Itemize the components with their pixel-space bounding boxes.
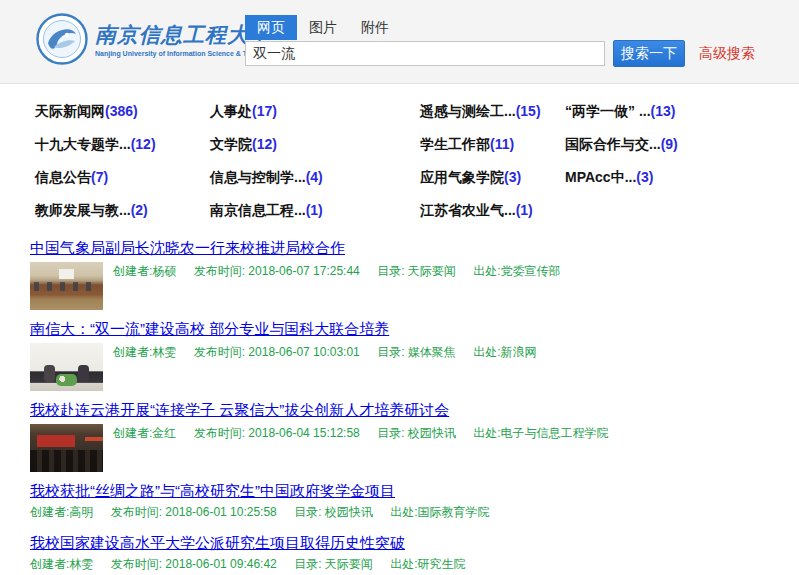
search-row: 搜索一下 高级搜索 — [245, 40, 755, 67]
category-count: (1) — [306, 202, 323, 218]
category-count: (9) — [661, 136, 678, 152]
meta-time-value: 2018-06-01 10:25:58 — [165, 505, 276, 519]
category-count: (4) — [306, 169, 323, 185]
result-thumbnail-conference-hall-photo[interactable] — [30, 424, 103, 472]
category-link[interactable]: 文学院(12) — [210, 135, 420, 154]
category-count: (1) — [516, 202, 533, 218]
result-meta: 创建者:金红 发布时间: 2018-06-04 15:12:58 目录: 校园快… — [113, 424, 623, 472]
meta-time-value: 2018-06-07 10:03:01 — [248, 345, 359, 359]
category-link[interactable]: 江苏省农业气...(1) — [420, 201, 565, 220]
search-results: 中国气象局副局长沈晓农一行来校推进局校合作 创建者:杨硕 发布时间: 2018-… — [30, 239, 799, 572]
category-link[interactable]: 应用气象学院(3) — [420, 168, 565, 187]
meta-creator-label: 创建者: — [30, 557, 69, 571]
category-name: 江苏省农业气... — [420, 202, 516, 218]
tab-attachments[interactable]: 附件 — [349, 15, 401, 40]
category-link[interactable]: 南京信息工程...(1) — [210, 201, 420, 220]
meta-creator-value: 林雯 — [152, 345, 176, 359]
category-name: 遥感与测绘工... — [420, 103, 516, 119]
meta-source-value: 电子与信息工程学院 — [501, 426, 609, 440]
category-name: 文学院 — [210, 136, 252, 152]
result-title-link[interactable]: 南信大：“双一流”建设高校 部分专业与国科大联合培养 — [30, 320, 389, 338]
category-count: (12) — [252, 136, 277, 152]
meta-creator-value: 杨硕 — [152, 264, 176, 278]
result-thumbnail-tv-studio-photo[interactable] — [30, 343, 103, 391]
meta-source-value: 国际教育学院 — [418, 505, 490, 519]
meta-source-value: 新浪网 — [501, 345, 537, 359]
search-button[interactable]: 搜索一下 — [613, 40, 685, 67]
category-name: 学生工作部 — [420, 136, 490, 152]
result-item: 我校获批“丝绸之路”与“高校研究生”中国政府奖学金项目 创建者:高明 发布时间:… — [30, 482, 799, 520]
meta-source-value: 党委宣传部 — [501, 264, 561, 278]
advanced-search-link[interactable]: 高级搜索 — [699, 45, 755, 63]
category-count: (13) — [651, 103, 676, 119]
result-meta: 创建者:林雯 发布时间: 2018-06-01 09:46:42 目录: 天际要… — [30, 557, 799, 572]
category-link[interactable]: 教师发展与教...(2) — [35, 201, 210, 220]
meta-time-label: 发布时间: — [111, 505, 166, 519]
result-title-link[interactable]: 我校国家建设高水平大学公派研究生项目取得历史性突破 — [30, 534, 405, 552]
meta-source-value: 研究生院 — [418, 557, 466, 571]
meta-creator-value: 高明 — [69, 505, 93, 519]
category-count: (7) — [91, 169, 108, 185]
result-item: 我校国家建设高水平大学公派研究生项目取得历史性突破 创建者:林雯 发布时间: 2… — [30, 534, 799, 572]
category-link[interactable]: MPAcc中...(3) — [565, 168, 799, 187]
category-name: MPAcc中... — [565, 169, 636, 185]
meta-category-label: 目录: — [294, 557, 325, 571]
meta-creator-label: 创建者: — [30, 505, 69, 519]
category-count: (3) — [504, 169, 521, 185]
category-link[interactable]: 天际新闻网(386) — [35, 102, 210, 121]
meta-source-label: 出处: — [473, 264, 500, 278]
result-meta: 创建者:林雯 发布时间: 2018-06-07 10:03:01 目录: 媒体聚… — [113, 343, 551, 391]
meta-time-label: 发布时间: — [194, 426, 249, 440]
meta-time-value: 2018-06-04 15:12:58 — [248, 426, 359, 440]
meta-creator-value: 金红 — [152, 426, 176, 440]
category-link[interactable]: 人事处(17) — [210, 102, 420, 121]
search-input[interactable] — [245, 41, 605, 66]
meta-source-label: 出处: — [390, 557, 417, 571]
category-name: 天际新闻网 — [35, 103, 105, 119]
category-link[interactable]: 国际合作与交...(9) — [565, 135, 799, 154]
category-name: 十九大专题学... — [35, 136, 131, 152]
meta-category-value: 校园快讯 — [325, 505, 373, 519]
category-name: 南京信息工程... — [210, 202, 306, 218]
category-link[interactable]: 学生工作部(11) — [420, 135, 565, 154]
category-name: 国际合作与交... — [565, 136, 661, 152]
category-link[interactable]: “两学一做” ...(13) — [565, 102, 799, 121]
meta-time-label: 发布时间: — [194, 264, 249, 278]
category-link[interactable]: 信息与控制学...(4) — [210, 168, 420, 187]
result-meta: 创建者:杨硕 发布时间: 2018-06-07 17:25:44 目录: 天际要… — [113, 262, 575, 310]
result-title-link[interactable]: 我校获批“丝绸之路”与“高校研究生”中国政府奖学金项目 — [30, 482, 395, 500]
tab-webpages[interactable]: 网页 — [245, 15, 297, 40]
result-item: 南信大：“双一流”建设高校 部分专业与国科大联合培养 创建者:林雯 发布时间: … — [30, 320, 799, 391]
meta-creator-label: 创建者: — [113, 345, 152, 359]
category-facets: 天际新闻网(386) 人事处(17) 遥感与测绘工...(15) “两学一做” … — [35, 102, 799, 220]
meta-category-label: 目录: — [377, 426, 408, 440]
meta-category-value: 天际要闻 — [408, 264, 456, 278]
category-count: (2) — [131, 202, 148, 218]
result-thumbnail-meeting-room-photo[interactable] — [30, 262, 103, 310]
category-count: (17) — [252, 103, 277, 119]
result-title-link[interactable]: 我校赴连云港开展“连接学子 云聚信大”拔尖创新人才培养研讨会 — [30, 401, 449, 419]
result-title-link[interactable]: 中国气象局副局长沈晓农一行来校推进局校合作 — [30, 239, 345, 257]
meta-creator-value: 林雯 — [69, 557, 93, 571]
search-tabs: 网页 图片 附件 — [245, 15, 755, 40]
category-count: (12) — [131, 136, 156, 152]
meta-source-label: 出处: — [473, 426, 500, 440]
category-count: (3) — [636, 169, 653, 185]
meta-category-label: 目录: — [377, 345, 408, 359]
university-logo-icon — [36, 13, 88, 65]
result-meta: 创建者:高明 发布时间: 2018-06-01 10:25:58 目录: 校园快… — [30, 505, 799, 520]
category-link[interactable]: 遥感与测绘工...(15) — [420, 102, 565, 121]
meta-time-label: 发布时间: — [194, 345, 249, 359]
meta-category-value: 天际要闻 — [325, 557, 373, 571]
meta-category-value: 校园快讯 — [408, 426, 456, 440]
meta-creator-label: 创建者: — [113, 264, 152, 278]
meta-category-value: 媒体聚焦 — [408, 345, 456, 359]
category-name: 教师发展与教... — [35, 202, 131, 218]
category-link[interactable]: 信息公告(7) — [35, 168, 210, 187]
category-link[interactable]: 十九大专题学...(12) — [35, 135, 210, 154]
category-count: (15) — [516, 103, 541, 119]
category-name: 应用气象学院 — [420, 169, 504, 185]
meta-time-label: 发布时间: — [111, 557, 166, 571]
search-area: 网页 图片 附件 搜索一下 高级搜索 — [245, 15, 755, 67]
tab-images[interactable]: 图片 — [297, 15, 349, 40]
